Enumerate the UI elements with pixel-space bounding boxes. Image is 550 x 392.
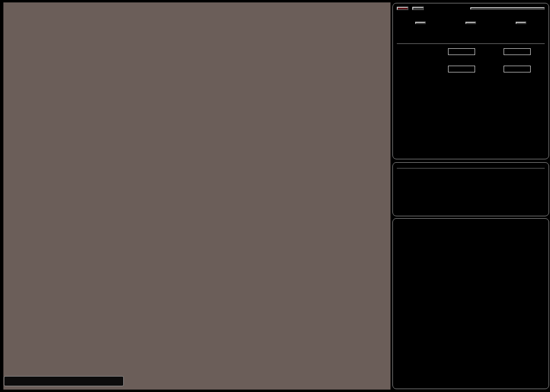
map-graphics [3,2,391,390]
map-canvas[interactable] [3,2,391,390]
datetime-display [397,166,545,168]
strike-stats-panel [392,3,549,159]
noise-mode-button[interactable] [412,7,424,10]
strike-mode-button[interactable] [397,7,408,10]
close-per-min-chip[interactable] [465,22,476,24]
legend-header-row [6,378,121,384]
strikes-per-min-chip[interactable] [415,22,426,24]
ic-negative-bar [504,66,531,72]
trend-panel [392,218,549,389]
map-legend [4,376,124,386]
cloud-ground-row [397,48,545,55]
strikes-per-min-column [397,22,444,29]
ic-positive-bar [448,66,475,72]
close-per-min-column [447,22,494,29]
distribution-title [397,42,545,44]
noises-per-min-column [497,22,545,29]
trend-graph [397,233,546,360]
bearing-readout [470,7,545,10]
receiver-status-panel [392,162,549,216]
nexstorm-window [0,0,550,392]
cg-positive-bar [448,48,475,55]
noises-per-min-chip[interactable] [516,22,526,24]
intracloud-row [397,66,545,72]
cg-negative-bar [504,48,531,55]
